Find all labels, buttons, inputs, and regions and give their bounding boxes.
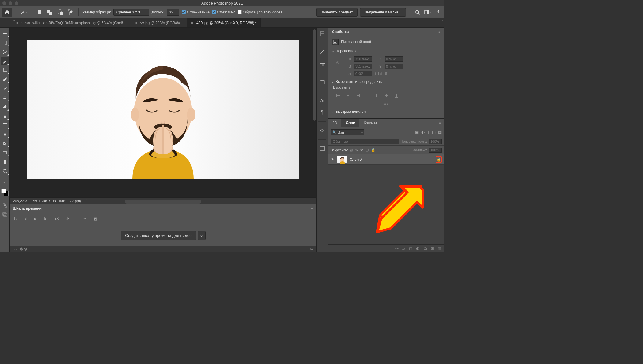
home-button[interactable] <box>2 8 12 17</box>
close-window-icon[interactable] <box>2 1 6 5</box>
pen-tool[interactable] <box>1 130 9 139</box>
document-tab-active[interactable]: ×430.jpg @ 205% (Слой 0, RGB/8#) * <box>187 18 261 27</box>
anti-alias-checkbox[interactable]: Сглаживание <box>182 10 210 14</box>
filter-adjustment-icon[interactable]: ◐ <box>421 130 425 134</box>
lock-transparency-icon[interactable]: ▨ <box>350 148 353 152</box>
new-group-icon[interactable]: 🗀 <box>423 246 427 251</box>
tab-channels[interactable]: Каналы <box>359 119 381 127</box>
visibility-toggle-icon[interactable]: 👁 <box>331 157 334 162</box>
lock-pixels-icon[interactable]: ✎ <box>355 148 358 152</box>
play-icon[interactable]: ▶ <box>34 216 37 221</box>
window-controls[interactable] <box>2 1 18 5</box>
vertical-scrollbar[interactable] <box>313 29 316 196</box>
timeline-render-icon[interactable]: ↪ <box>310 247 313 252</box>
timeline-zoom-out-icon[interactable]: �ית <box>20 247 27 252</box>
layer-lock-icon[interactable]: 🔒 <box>436 156 442 163</box>
align-section-header[interactable]: Выровнять и распределить <box>332 78 440 86</box>
brush-tool[interactable] <box>1 84 9 93</box>
maximize-window-icon[interactable] <box>15 1 18 5</box>
eraser-tool[interactable] <box>1 103 9 111</box>
actions-panel-icon[interactable] <box>319 127 325 134</box>
share-icon[interactable] <box>434 8 442 16</box>
new-layer-icon[interactable]: ⊞ <box>431 246 434 251</box>
magic-wand-tool-icon[interactable]: ⌵ <box>20 8 28 16</box>
width-input[interactable] <box>354 56 372 62</box>
expand-panels-left-icon[interactable]: « <box>13 19 15 22</box>
rectangle-tool[interactable] <box>1 149 9 157</box>
magic-wand-tool[interactable] <box>1 57 9 65</box>
eyedropper-tool[interactable] <box>1 75 9 84</box>
path-selection-tool[interactable] <box>1 139 9 148</box>
gradient-tool[interactable] <box>1 112 9 120</box>
color-swatches[interactable] <box>1 189 9 196</box>
select-and-mask-button[interactable]: Выделение и маска... <box>360 8 406 17</box>
flip-horizontal-icon[interactable]: ▷I◁ <box>375 72 381 76</box>
split-clip-icon[interactable]: ✂ <box>83 216 87 221</box>
filter-pixel-icon[interactable]: ▣ <box>415 130 419 134</box>
horizontal-scrollbar[interactable] <box>125 200 201 204</box>
transform-section-header[interactable]: Перспектива <box>332 47 440 55</box>
paragraph-panel-icon[interactable]: ¶ <box>319 109 325 116</box>
layer-filter-select[interactable]: 🔍Вид⌵ <box>331 129 364 135</box>
transition-icon[interactable]: ◩ <box>93 216 97 221</box>
quick-actions-header[interactable]: Быстрые действия <box>332 108 440 116</box>
layer-mask-icon[interactable]: ◻ <box>409 246 412 251</box>
history-panel-icon[interactable] <box>319 31 325 37</box>
layer-item[interactable]: 👁 Слой 0 🔒 <box>328 154 444 165</box>
go-to-first-frame-icon[interactable]: I◂ <box>14 216 17 221</box>
selection-intersect-icon[interactable] <box>67 8 75 16</box>
foreground-color-swatch[interactable] <box>1 189 6 193</box>
screen-mode-icon[interactable] <box>1 210 9 219</box>
align-right-icon[interactable] <box>355 92 361 99</box>
expand-panels-right-icon[interactable]: » <box>441 19 443 22</box>
filter-shape-icon[interactable]: ▢ <box>432 130 436 134</box>
zoom-tool[interactable] <box>1 167 9 175</box>
height-input[interactable] <box>354 64 372 69</box>
document-canvas[interactable] <box>27 40 299 179</box>
lock-all-icon[interactable]: 🔒 <box>371 148 375 152</box>
flip-vertical-icon[interactable]: ⇵ <box>385 72 403 76</box>
type-tool[interactable] <box>1 121 9 130</box>
link-dimensions-icon[interactable]: ⊗ <box>336 61 342 65</box>
layer-effects-icon[interactable]: fx <box>402 246 405 251</box>
blend-mode-select[interactable]: Обычные <box>331 139 399 144</box>
edit-toolbar-icon[interactable]: ⋯ <box>1 178 9 187</box>
sample-size-select[interactable]: Среднее 3 x 3⌵ <box>113 9 149 16</box>
tab-3d[interactable]: 3D <box>328 119 341 127</box>
character-panel-icon[interactable]: A| <box>319 97 325 104</box>
libraries-panel-icon[interactable] <box>319 79 325 86</box>
align-center-h-icon[interactable] <box>345 92 351 99</box>
adjustment-layer-icon[interactable]: ◐ <box>416 246 419 251</box>
chevron-right-icon[interactable]: 〉 <box>86 198 90 204</box>
adjustments-panel-icon[interactable] <box>319 61 325 68</box>
fill-input[interactable] <box>429 148 442 153</box>
align-top-icon[interactable] <box>374 92 380 99</box>
close-tab-icon[interactable]: × <box>191 20 193 25</box>
layer-thumbnail[interactable] <box>337 156 347 163</box>
opacity-input[interactable] <box>429 139 442 144</box>
tolerance-input[interactable] <box>167 9 179 16</box>
search-icon[interactable] <box>414 8 422 16</box>
mute-audio-icon[interactable]: ◂✕ <box>54 216 59 221</box>
filter-type-icon[interactable]: T <box>427 130 429 134</box>
selection-new-icon[interactable] <box>35 8 43 16</box>
sample-all-layers-checkbox[interactable]: Образец со всех слоев <box>238 10 282 14</box>
contiguous-checkbox[interactable]: Смеж.пикс <box>212 10 235 14</box>
lasso-tool[interactable] <box>1 48 9 56</box>
document-info[interactable]: 750 пикс. x 381 пикс. (72 ppi) <box>32 199 81 203</box>
clone-stamp-tool[interactable] <box>1 94 9 102</box>
close-tab-icon[interactable]: × <box>135 20 137 25</box>
align-center-v-icon[interactable] <box>383 92 390 99</box>
delete-layer-icon[interactable]: 🗑 <box>438 246 442 251</box>
crop-tool[interactable] <box>1 66 9 75</box>
canvas-area[interactable] <box>10 28 316 197</box>
zoom-level[interactable]: 205,23% <box>13 199 27 203</box>
lock-artboard-icon[interactable]: ▢ <box>366 148 369 152</box>
previous-frame-icon[interactable]: ◂I <box>24 216 28 221</box>
properties-panel-title[interactable]: Свойства <box>332 30 349 34</box>
quick-mask-icon[interactable] <box>1 201 9 210</box>
tab-layers[interactable]: Слои <box>341 119 359 127</box>
panel-menu-icon[interactable]: ≡ <box>438 30 440 34</box>
more-options-icon[interactable]: ••• <box>332 101 440 108</box>
next-frame-icon[interactable]: I▸ <box>44 216 47 221</box>
